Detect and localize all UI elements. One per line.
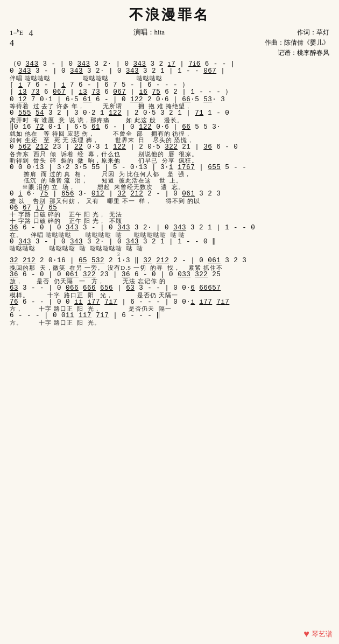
lyrics-line-6a: 就如 他在 等 待回 应悲 伤， 不曾全 部 拥有的 彷徨， bbox=[10, 131, 329, 137]
score-line-6: ‖0 16 72 0·1 | 6·5 61 6 - | 0 122 0·6 | … bbox=[10, 124, 329, 131]
score-line-10: 06 67 i7 65 bbox=[10, 205, 329, 212]
lyrics-line-6b: 如何 生还 至 死 无 法理 葬， 世界末 日 尽头的 恐慌， bbox=[10, 137, 329, 143]
song-title: 不浪漫罪名 bbox=[10, 5, 329, 24]
lyrics-line-4: 等待着 过 去了 许多 年， 无所谓 拥 抱 难 掩绝望， bbox=[10, 103, 329, 109]
score-line-14: 36 6 - 0 | 0 061 322 23 | 36 6 - 0 | 0 0… bbox=[10, 271, 329, 278]
transcriber: 记谱：桃李醉春风 bbox=[265, 48, 329, 58]
page: 不浪漫罪名 1=bE 44 演唱：hita 作词：草灯 作曲：陈倩倩《婴儿》 记… bbox=[0, 0, 339, 644]
lyrics-line-8a: 擦肩 而 过的 真 相， 只因 为 比任何人都 坚 强， bbox=[10, 171, 329, 177]
score-line-17: 6 - - - | 0 0ii ii7 7i7 | 6 - - - ‖ bbox=[10, 312, 329, 319]
lyrics-line-7a: 各奔东 西只 倾 诉着 经 幕，什么也 别说他的 唇 很凉。 bbox=[10, 151, 329, 157]
lyrics-line-15: 模样。 十字 路口正 阳 光， 是否仍 天隔一 bbox=[10, 292, 329, 298]
score-line-3b: | i3 73 6 067 | i3 73 6 067 | i6 75 6 2 … bbox=[10, 89, 329, 96]
score-line-8: 0 0 0·13 | 3·2 3·5 55 | 5 - 0·13 | 3·i i… bbox=[10, 164, 329, 171]
lyrics-line-2: 伴唱 哒哒哒哒 哒哒哒哒 哒哒哒哒 bbox=[10, 75, 329, 81]
lyrics-line-17: 方。 十字 路口正 阳 光。 bbox=[10, 320, 329, 326]
score-line-1: （0 343 3 - | 0 343 3 2· | 0 343 3 2 17 |… bbox=[10, 61, 329, 68]
score-body: （0 343 3 - | 0 343 3 2· | 0 343 3 2 17 |… bbox=[10, 61, 329, 326]
lyrics-line-16: 方， 十字 路口正 阳 光， 是否仍天 隔一 bbox=[10, 306, 329, 312]
lyrics-line-10a: 十 字路 口破 碎的 正午 阳 光， 无法 bbox=[10, 212, 329, 218]
repeat-note: 3 bbox=[117, 252, 329, 257]
performer: 演唱：hita bbox=[33, 27, 265, 37]
lyrics-line-12: 哒哒哒哒 哒哒哒哒 哒 哒哒哒哒哒 哒 哒 bbox=[10, 246, 329, 251]
score-line-13: 32 212 2 0·16 | 65 532 2 1·3 ‖ 32 212 2 … bbox=[10, 257, 329, 264]
watermark-heart-icon: ♥ bbox=[303, 628, 309, 640]
score-line-11: 36 6 - 0 | 0 343 3 - | 0 343 3 2· | 0 34… bbox=[10, 225, 329, 232]
watermark-brand: 琴艺谱 bbox=[312, 629, 333, 639]
score-line-2: 0 343 3 - | 0 343 3 2· | 0 343 3 2 1 | 1… bbox=[10, 68, 329, 75]
score-line-7: 0 562 212 23 | 22 0·3 1 122 | 2 0·5 322 … bbox=[10, 144, 329, 151]
lyrics-line-9: 难 以 告别 那又何妨， 又有 哪里 不一 样， 得不到 的以 bbox=[10, 198, 329, 204]
lyricist: 作词：草灯 bbox=[265, 27, 329, 38]
score-line-12: 0 343 3 - | 0 343 3 2· | 0 343 3 2 1 | 1… bbox=[10, 239, 329, 246]
watermark: ♥ 琴艺谱 bbox=[303, 628, 333, 640]
credits: 作词：草灯 作曲：陈倩倩《婴儿》 记谱：桃李醉春风 bbox=[265, 27, 329, 59]
lyrics-line-10b: 十 字路 口破 碎的 正午 阳 光， 不顾 bbox=[10, 218, 329, 224]
lyrics-line-8b: 低沉 的 嗓音 流 泪， 知道 彼此活在这 世 上。 bbox=[10, 178, 329, 184]
lyrics-line-13: 挽回的那 天，微笑 在另 一旁。 没有D.S 一切 的寻 找， 紧紧 抓住不 bbox=[10, 265, 329, 271]
score-line-9: 0 i 6· 75 | 656 3· 012 | 32 212 2 - | 0 … bbox=[10, 191, 329, 198]
score-line-3: [ i 7 6 - | i 7 6 - | 6 7 5 - | 6 - - - … bbox=[10, 82, 329, 89]
meta-row: 1=bE 44 演唱：hita 作词：草灯 作曲：陈倩倩《婴儿》 记谱：桃李醉春… bbox=[10, 27, 329, 59]
score-line-15: 63 3 - - | 0 066 666 656 | 63 3 - - | 0 … bbox=[10, 285, 329, 292]
score-line-4: 0 12 7 0·1 | 6·5 61 6 - | 0 122 2 0·6 | … bbox=[10, 96, 329, 103]
lyrics-line-5: 离开时 有 谁愿 意 说 谎，那疼痛 如 此这 般 漫长。 bbox=[10, 117, 329, 123]
lyrics-line-7b: 听得到 骨头 碎 裂的 微 响，原来他 们早已 分享 疯狂。 bbox=[10, 158, 329, 164]
lyrics-line-8c: ※眼 泪的 立 场， 想起 来曾经无数次 遗 忘。 bbox=[10, 184, 329, 190]
lyrics-line-14: 放， 是否 仍天隔 一 方， 无法 忘记你 的 bbox=[10, 278, 329, 284]
score-line-16: 76 6 - - | 0 0 ii i77 7i7 | 6 - - - | 0 … bbox=[10, 299, 329, 306]
composer: 作曲：陈倩倩《婴儿》 bbox=[265, 38, 329, 48]
key-time: 1=bE 44 bbox=[10, 27, 33, 48]
score-line-5: 0 555 54 3 2 | 3 0·2 1 122 | 2 0·5 3 2 1… bbox=[10, 110, 329, 117]
lyrics-line-11: 在。 伴唱 哒哒哒哒 哒哒哒哒 哒 哒哒哒哒哒 哒 哒 bbox=[10, 232, 329, 238]
